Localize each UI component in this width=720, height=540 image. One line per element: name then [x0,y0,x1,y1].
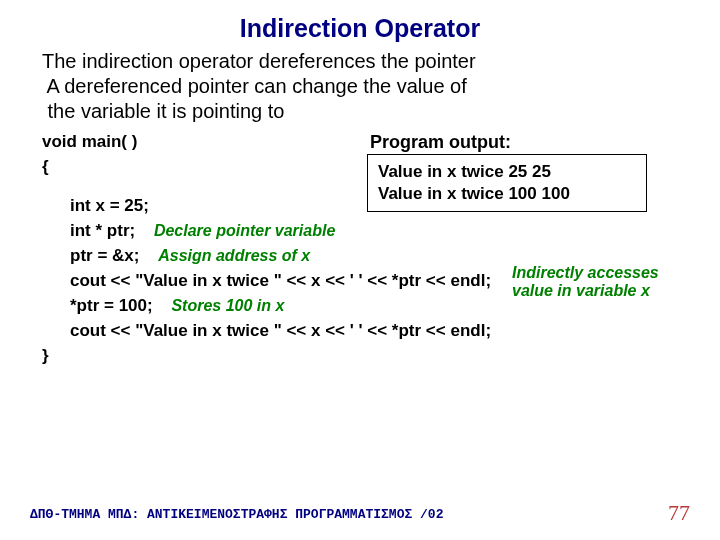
code-line-7: *ptr = 100; Stores 100 in x [42,296,678,318]
page-number: 77 [668,500,690,526]
code-line-4-comment: Declare pointer variable [154,222,335,240]
code-line-2: { [42,157,678,179]
body-line-3: the variable it is pointing to [48,100,285,122]
code-line-4: int * ptr; Declare pointer variable [42,221,678,243]
body-text: The indirection operator dereferences th… [42,49,678,124]
code-line-5: ptr = &x; Assign address of x [42,246,678,268]
footer-left: ΔΠΘ-ΤΜΗΜΑ ΜΠΔ: ΑΝΤΙΚΕΙΜΕΝΟΣΤΡΑΦΗΣ ΠΡΟΓΡΑ… [30,507,443,522]
code-line-9: } [42,346,678,368]
code-line-6: cout << "Value in x twice " << x << ' ' … [42,271,678,293]
code-line-5-text: ptr = &x; [70,246,139,265]
slide: Indirection Operator The indirection ope… [0,0,720,540]
code-block: Program output: Value in x twice 25 25 V… [42,132,678,368]
code-line-3: int x = 25; [42,196,678,218]
code-line-7-text: *ptr = 100; [70,296,153,315]
code-line-7-comment: Stores 100 in x [171,297,284,315]
slide-title: Indirection Operator [42,14,678,43]
code-line-5-comment: Assign address of x [158,247,310,265]
code-line-8: cout << "Value in x twice " << x << ' ' … [42,321,678,343]
code-line-1: void main( ) [42,132,678,154]
body-line-1: The indirection operator dereferences th… [42,50,476,72]
code-line-4-text: int * ptr; [70,221,135,240]
body-line-2: A dereferenced pointer can change the va… [46,75,466,97]
